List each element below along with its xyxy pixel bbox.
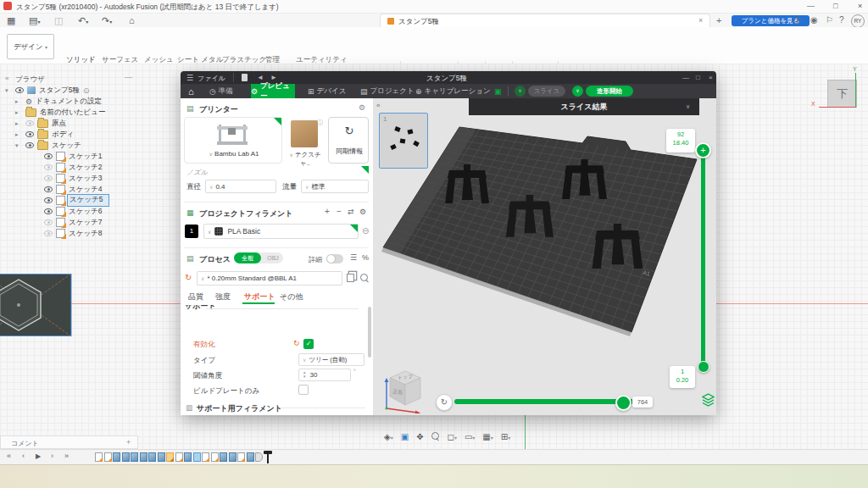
compare-presets-icon[interactable]: % <box>362 253 369 262</box>
timeline-feature-extrude[interactable] <box>229 452 236 462</box>
scope-switch[interactable]: 全般 OBJ <box>234 252 283 263</box>
collapse-panel-icon[interactable]: ‹› <box>376 102 379 109</box>
info-icon[interactable]: ⓘ <box>317 119 323 127</box>
printer-name[interactable]: ∨ Bambu Lab A1 <box>185 150 283 158</box>
timeline-feature-form[interactable] <box>255 452 263 462</box>
tab-strength[interactable]: 強度 <box>215 291 231 302</box>
add-filament-icon[interactable]: + <box>325 207 330 216</box>
timeline-feature-sketch[interactable] <box>211 452 219 462</box>
scope-objects[interactable]: OBJ <box>263 252 283 263</box>
new-tab-button[interactable]: + <box>716 15 721 25</box>
plate-thumbnail[interactable]: 1 <box>379 113 428 169</box>
add-comment-icon[interactable]: + <box>126 438 131 446</box>
timeline-feature-extrude[interactable] <box>184 452 192 462</box>
slicer-viewport[interactable]: A1 ‹› スライス結果 ∨ 1 <box>373 98 716 415</box>
zoom-icon[interactable] <box>431 432 440 441</box>
visibility-eye-icon[interactable] <box>44 186 53 192</box>
tree-label[interactable]: スケッチ <box>52 141 81 151</box>
threshold-angle-spinner[interactable]: ▲▼ 30 <box>298 369 351 381</box>
chevron-down-icon[interactable]: ∨ <box>686 103 690 110</box>
timeline-feature-extrude-highlighted[interactable] <box>193 452 201 462</box>
slice-result-bar[interactable]: スライス結果 ∨ <box>469 98 699 115</box>
filament-settings-gear-icon[interactable]: ⚙ <box>359 208 366 216</box>
browser-minimize-icon[interactable]: — <box>125 73 132 81</box>
visibility-eye-icon[interactable] <box>15 87 24 93</box>
help-icon[interactable]: ? <box>839 16 844 25</box>
texture-label[interactable]: ∨ テクスチャ.. <box>285 151 326 168</box>
hexagon-sketch-preview[interactable] <box>0 274 72 337</box>
preset-modified-sync-icon[interactable]: ↻ <box>185 273 192 282</box>
tree-row-sketch1[interactable]: スケッチ1 <box>2 151 103 162</box>
tree-row-sketches-folder[interactable]: ▾ スケッチ <box>2 140 81 151</box>
timeline-skip-end-icon[interactable]: » <box>64 452 69 460</box>
pan-icon[interactable]: ✥ <box>416 432 423 441</box>
slice-dropdown-icon[interactable]: ∨ <box>515 86 526 97</box>
visibility-eye-icon[interactable] <box>44 153 53 159</box>
tab-calibration[interactable]: ⊕キャリブレーション <box>415 84 491 98</box>
timeline-play-icon[interactable]: ▶ <box>36 453 41 460</box>
close-button[interactable]: × <box>858 2 862 10</box>
undo-icon[interactable]: ↶▾ <box>78 16 88 25</box>
redo-icon[interactable]: ↷▾ <box>102 16 112 25</box>
home-icon[interactable]: ⌂ <box>129 16 135 25</box>
viewcube-face[interactable]: 下 <box>827 80 857 108</box>
flow-select[interactable]: 標準 <box>301 180 369 193</box>
tree-label[interactable]: スケッチ1 <box>69 152 103 162</box>
spin-down-icon[interactable]: ▼ <box>303 375 306 380</box>
timeline-feature-sketch[interactable] <box>104 452 112 462</box>
tab-close-icon[interactable]: × <box>698 16 703 25</box>
maximize-button[interactable]: □ <box>696 74 700 81</box>
timeline-feature-extrude[interactable] <box>140 452 147 462</box>
reset-param-icon[interactable]: ↻ <box>293 339 300 347</box>
tree-row-bodies[interactable]: ▸ ボディ <box>2 129 74 140</box>
timeline-feature-extrude[interactable] <box>158 452 165 462</box>
app-grid-icon[interactable]: ▦ <box>7 16 15 25</box>
layer-slider-top-handle[interactable]: + <box>695 142 711 158</box>
file-menu-chevron-icon[interactable]: ∨ <box>220 75 223 80</box>
activate-icon[interactable]: ⊙ <box>83 86 90 95</box>
sync-filament-icon[interactable]: ⇄ <box>348 208 354 216</box>
timeline-feature-sketch[interactable] <box>202 452 209 462</box>
file-menu-icon[interactable]: ▤▾ <box>29 16 40 25</box>
extensions-icon[interactable]: ◉ <box>810 16 818 25</box>
fit-icon[interactable]: ◻▾ <box>448 432 457 441</box>
timeline-feature-extrude[interactable] <box>220 452 227 462</box>
visibility-eye-icon[interactable] <box>25 120 34 126</box>
search-params-icon[interactable] <box>360 274 368 281</box>
tree-label[interactable]: スケッチ6 <box>69 207 103 217</box>
animate-toolpath-icon[interactable]: ↻ <box>436 394 453 411</box>
timeline-feature-extrude[interactable] <box>122 452 130 462</box>
support-type-select[interactable]: ツリー (自動) <box>298 353 364 366</box>
timeline-skip-start-icon[interactable]: « <box>7 452 11 460</box>
notifications-icon[interactable]: ⚐ <box>826 16 833 25</box>
minimize-button[interactable]: — <box>682 74 689 81</box>
print-button[interactable]: 造形開始 <box>586 86 633 97</box>
layer-slider-track[interactable] <box>701 152 705 366</box>
sync-info-card[interactable]: ↻ 同期情報 <box>328 117 369 164</box>
advanced-toggle[interactable] <box>326 254 343 263</box>
filament-select[interactable]: ∨ PLA Basic <box>203 224 359 239</box>
look-at-icon[interactable]: ▣ <box>401 432 409 441</box>
buildplate-only-checkbox[interactable] <box>298 385 309 395</box>
tree-label[interactable]: ドキュメントの設定 <box>36 97 102 107</box>
tree-row-named-views[interactable]: ▸ 名前の付いたビュー <box>2 107 106 118</box>
support-enable-checkbox[interactable]: ✓ <box>303 339 314 349</box>
tree-label[interactable]: スケッチ2 <box>69 163 103 173</box>
orbit-icon[interactable]: ◈▾ <box>384 432 393 441</box>
job-status-icon[interactable]: ◷ <box>793 16 801 25</box>
visibility-eye-icon[interactable] <box>44 197 53 203</box>
nozzle-diameter-select[interactable]: 0.4 <box>205 180 276 193</box>
tree-row-origin[interactable]: ▸ 原点 <box>2 118 66 129</box>
timeline-feature-sketch[interactable] <box>237 452 245 462</box>
printer-status-icon[interactable]: ▣ <box>494 87 502 96</box>
tree-row-sketch8[interactable]: スケッチ8 <box>2 228 103 239</box>
tree-label[interactable]: 名前の付いたビュー <box>40 108 106 118</box>
plate-texture-card[interactable]: ⓘ ∨ テクスチャ.. <box>285 117 326 164</box>
timeline-feature-extrude[interactable] <box>131 452 138 462</box>
tree-row-sketch7[interactable]: スケッチ7 <box>2 217 103 228</box>
tab-device[interactable]: ⊞デバイス <box>308 84 346 98</box>
tree-row-sketch5-selected[interactable]: スケッチ5 <box>2 195 109 206</box>
remove-filament-icon[interactable]: − <box>337 207 342 216</box>
new-project-icon[interactable] <box>242 74 248 81</box>
hamburger-icon[interactable]: ☰ <box>186 74 193 82</box>
